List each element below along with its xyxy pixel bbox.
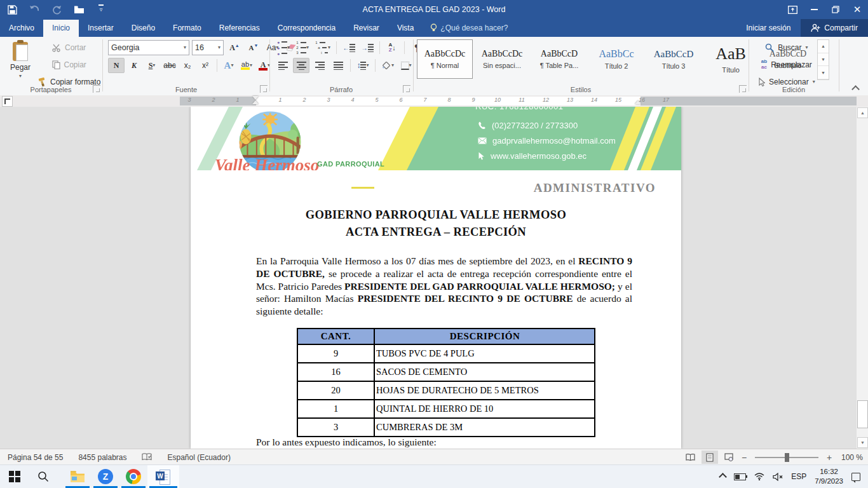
tray-clock[interactable]: 16:32 7/9/2023 <box>815 467 843 486</box>
taskbar-zoom-app[interactable]: Z <box>92 465 119 488</box>
save-icon[interactable] <box>5 3 19 17</box>
tray-expand-icon[interactable] <box>720 471 726 482</box>
scroll-up-icon[interactable]: ▲ <box>857 107 868 118</box>
shrink-font-button[interactable]: A▼ <box>245 40 262 55</box>
style-titulo-2[interactable]: AaBbCcTítulo 2 <box>588 39 644 79</box>
bold-button[interactable]: N <box>108 58 125 73</box>
replace-button[interactable]: abac Reemplazar <box>757 58 816 71</box>
superscript-button[interactable]: x² <box>197 58 214 73</box>
tab-revisar[interactable]: Revisar <box>344 20 388 37</box>
zoom-slider[interactable] <box>755 457 818 458</box>
align-left-button[interactable] <box>275 58 291 73</box>
tab-correspondencia[interactable]: Correspondencia <box>269 20 344 37</box>
sort-button[interactable]: AZ↓ <box>384 40 400 55</box>
taskbar-file-explorer[interactable] <box>64 465 92 488</box>
tab-formato[interactable]: Formato <box>164 20 210 37</box>
zoom-out-icon[interactable]: − <box>740 452 749 463</box>
right-indent-marker[interactable] <box>635 100 641 104</box>
tab-diseno[interactable]: Diseño <box>123 20 164 37</box>
taskbar-chrome[interactable] <box>119 465 147 488</box>
justify-button[interactable] <box>330 58 346 73</box>
table-row[interactable]: 20HOJAS DE DURATECHO DE 5 METROS <box>297 381 595 400</box>
italic-button[interactable]: K <box>126 58 142 73</box>
line-spacing-button[interactable]: ↕▾ <box>355 58 371 73</box>
align-right-button[interactable] <box>311 58 328 73</box>
shading-button[interactable]: ▾ <box>379 58 396 73</box>
borders-button[interactable]: ▾ <box>398 58 414 73</box>
clipboard-dialog-launcher[interactable] <box>93 85 100 93</box>
customize-qat-icon[interactable]: ▿ <box>94 3 108 17</box>
tab-referencias[interactable]: Referencias <box>210 20 269 37</box>
font-name-combo[interactable]: Georgia▾ <box>108 40 189 55</box>
page-indicator[interactable]: Página 54 de 55 <box>0 453 71 462</box>
underline-button[interactable]: S▾ <box>144 58 160 73</box>
style-normal[interactable]: AaBbCcDc¶ Normal <box>417 39 473 79</box>
scrollbar-thumb[interactable] <box>857 400 868 428</box>
styles-scroll-up-icon[interactable]: ▲ <box>818 40 829 53</box>
taskbar-search-button[interactable] <box>29 465 57 488</box>
numbering-button[interactable]: 123▾ <box>294 40 311 55</box>
body-paragraph[interactable]: En la Parroquia Valle Hermoso a los 07 d… <box>256 255 632 318</box>
align-center-button[interactable] <box>293 58 309 73</box>
copy-button[interactable]: Copiar <box>37 58 101 72</box>
font-dialog-launcher[interactable] <box>260 85 268 93</box>
language-indicator[interactable]: Español (Ecuador) <box>159 453 238 462</box>
style-table-paragraph[interactable]: AaBbCcD¶ Table Pa... <box>531 39 587 79</box>
zoom-in-icon[interactable]: + <box>825 452 834 463</box>
horizontal-ruler[interactable]: 321 123456789101112131415 1617 <box>180 97 857 105</box>
items-table[interactable]: CANT. DESCRIPCIÓN 9TUBOS PVC DE 4 PULG16… <box>297 328 595 437</box>
read-mode-icon[interactable] <box>682 451 699 464</box>
table-row[interactable]: 3CUMBRERAS DE 3M <box>297 418 595 437</box>
font-size-combo[interactable]: 16▾ <box>192 40 224 55</box>
zoom-level[interactable]: 100 % <box>841 453 863 462</box>
share-button[interactable]: Compartir <box>801 19 868 37</box>
scroll-down-icon[interactable]: ▼ <box>857 437 868 448</box>
tab-insertar[interactable]: Insertar <box>79 20 123 37</box>
style-sin-espacio[interactable]: AaBbCcDcSin espaci... <box>474 39 530 79</box>
print-layout-icon[interactable] <box>702 451 718 464</box>
document-area[interactable]: RUC: 1768128660001 (02)2773220 / 2773300… <box>0 107 868 449</box>
paragraph-dialog-launcher[interactable] <box>403 85 410 93</box>
proofing-status[interactable] <box>134 453 159 461</box>
find-button[interactable]: Buscar▾ <box>757 41 816 54</box>
close-button[interactable]: ✕ <box>846 0 868 19</box>
collapse-ribbon-icon[interactable] <box>853 85 860 90</box>
tell-me-box[interactable]: ¿Qué desea hacer? <box>423 20 515 37</box>
taskbar-word[interactable]: W <box>147 465 179 488</box>
redo-icon[interactable] <box>50 3 64 17</box>
subscript-button[interactable]: x₂ <box>179 58 196 73</box>
tab-archivo[interactable]: Archivo <box>0 20 43 37</box>
hanging-indent-marker[interactable] <box>252 100 259 104</box>
paste-button[interactable]: Pegar ▾ <box>5 39 36 92</box>
grow-font-button[interactable]: A▲ <box>226 40 243 55</box>
tab-stop-selector[interactable] <box>2 96 13 107</box>
cut-button[interactable]: Cortar <box>37 41 101 55</box>
font-color-button[interactable]: A▾ <box>256 58 273 73</box>
restore-button[interactable] <box>825 0 846 19</box>
bullets-button[interactable]: ●●●▾ <box>275 40 292 55</box>
text-effects-button[interactable]: A▾ <box>220 58 237 73</box>
web-layout-icon[interactable] <box>721 451 737 464</box>
table-row[interactable]: 1QUINTAL DE HIERRO DE 10 <box>297 400 595 418</box>
style-titulo-3[interactable]: AaBbCcDTítulo 3 <box>646 39 702 79</box>
table-row[interactable]: 16SACOS DE CEMENTO <box>297 363 595 381</box>
document-page[interactable]: RUC: 1768128660001 (02)2773220 / 2773300… <box>191 107 681 449</box>
battery-icon[interactable] <box>734 473 746 480</box>
volume-muted-icon[interactable] <box>773 473 783 481</box>
start-button[interactable] <box>0 465 29 488</box>
styles-dialog-launcher[interactable] <box>739 85 747 93</box>
style-titulo[interactable]: AaBTítulo <box>703 39 759 79</box>
minimize-button[interactable] <box>803 0 825 19</box>
word-count[interactable]: 8455 palabras <box>71 453 134 462</box>
sign-in-link[interactable]: Iniciar sesión <box>736 24 801 32</box>
tab-inicio[interactable]: Inicio <box>43 20 79 37</box>
styles-more-icon[interactable]: ▼ <box>818 66 829 79</box>
table-row[interactable]: 9TUBOS PVC DE 4 PULG <box>297 344 595 363</box>
tray-language[interactable]: ESP <box>791 472 806 481</box>
strikethrough-button[interactable]: abc <box>161 58 178 73</box>
styles-scroll-down-icon[interactable]: ▼ <box>818 53 829 67</box>
open-icon[interactable] <box>72 3 86 17</box>
highlight-color-button[interactable]: ab▾ <box>238 58 255 73</box>
tab-vista[interactable]: Vista <box>388 20 423 37</box>
wifi-icon[interactable] <box>754 473 764 480</box>
